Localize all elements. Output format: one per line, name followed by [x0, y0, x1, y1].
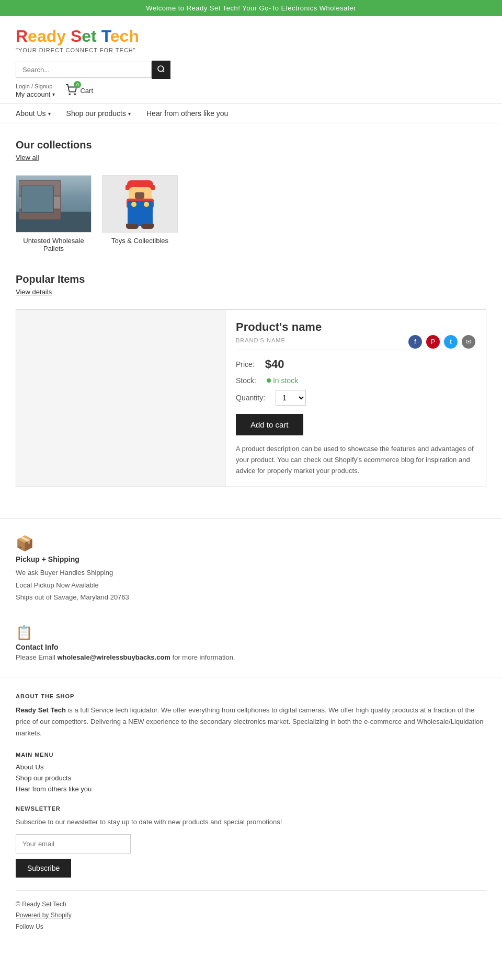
nav-item-hear[interactable]: Hear from others like you — [146, 109, 228, 118]
collections-section: Our collections View all Untested Wholes… — [16, 139, 486, 252]
logo-ech: ech — [110, 27, 139, 45]
newsletter-email-input[interactable] — [16, 834, 131, 854]
footer-menu-section: MAIN MENU About Us Shop our products Hea… — [16, 752, 486, 793]
account-chevron-icon: ▾ — [52, 91, 55, 97]
shipping-icon: 📦 — [16, 535, 486, 552]
contact-text-before: Please Email — [16, 653, 57, 661]
svg-line-1 — [163, 71, 164, 72]
search-button[interactable] — [152, 61, 170, 79]
footer-menu-about[interactable]: About Us — [16, 763, 486, 771]
account-link[interactable]: My account ▾ — [16, 90, 55, 98]
product-image-area — [16, 310, 225, 487]
footer-about-section: ABOUT THE SHOP Ready Set Tech is a full … — [16, 693, 486, 739]
logo[interactable]: Ready Set Tech — [16, 27, 486, 46]
share-facebook-icon[interactable]: f — [408, 335, 422, 349]
collection-img-toys — [102, 175, 178, 233]
share-twitter-icon[interactable]: t — [444, 335, 458, 349]
svg-point-0 — [158, 66, 164, 72]
collection-img-pallets — [16, 175, 92, 233]
contact-text-after: for more information. — [170, 653, 235, 661]
mario-shoe-r — [141, 224, 154, 229]
logo-tagline: "YOUR DIRECT CONNECT FOR TECH" — [16, 47, 486, 53]
subscribe-button[interactable]: Subscribe — [16, 859, 71, 878]
nav-about-chevron-icon: ▾ — [48, 111, 51, 117]
product-card: Product's name BRAND'S NAME f P t ✉ Pric… — [16, 309, 486, 487]
footer-newsletter-heading: NEWSLETTER — [16, 805, 486, 812]
shipping-title: Pickup + Shipping — [16, 555, 486, 563]
contact-text: Please Email wholesale@wirelessbuybacks.… — [16, 653, 486, 661]
logo-t: T — [101, 27, 110, 45]
copyright-text: © Ready Set Tech — [16, 901, 66, 908]
logo-area: Ready Set Tech "YOUR DIRECT CONNECT FOR … — [16, 27, 486, 53]
shipping-line-3: Ships out of Savage, Maryland 20763 — [16, 593, 129, 601]
mario-button-r — [144, 202, 149, 207]
newsletter-text: Subscribe to our newsletter to stay up t… — [16, 817, 486, 828]
nav-about-label: About Us — [16, 109, 46, 118]
qty-label: Quantity: — [236, 394, 265, 402]
price-value: $40 — [265, 358, 284, 371]
footer-menu-hear[interactable]: Hear from others like you — [16, 785, 486, 793]
mario-figure — [117, 178, 164, 230]
price-row: Price: $40 — [236, 358, 475, 371]
footer-about-heading: ABOUT THE SHOP — [16, 693, 486, 699]
footer-menu-heading: MAIN MENU — [16, 752, 486, 758]
mario-shoe-l — [126, 224, 139, 229]
contact-icon: 📋 — [16, 625, 486, 641]
collection-card-toys[interactable]: Toys & Collectibles — [102, 175, 178, 252]
cart-link[interactable]: 0 Cart — [65, 84, 93, 97]
footer: ABOUT THE SHOP Ready Set Tech is a full … — [0, 677, 502, 949]
collection-label-toys: Toys & Collectibles — [102, 237, 178, 245]
contact-title: Contact Info — [16, 643, 486, 651]
footer-menu-shop[interactable]: Shop our products — [16, 774, 486, 782]
in-stock-text: In stock — [273, 376, 298, 385]
nav-bar: About Us ▾ Shop our products ▾ Hear from… — [0, 103, 502, 123]
top-banner: Welcome to Ready Set Tech! Your Go-To El… — [0, 0, 502, 16]
nav-item-shop[interactable]: Shop our products ▾ — [66, 109, 131, 118]
view-all-link[interactable]: View all — [16, 154, 39, 162]
header: Ready Set Tech "YOUR DIRECT CONNECT FOR … — [0, 16, 502, 103]
search-input[interactable] — [16, 62, 152, 78]
share-pinterest-icon[interactable]: P — [426, 335, 440, 349]
shipping-text: We ask Buyer Handles Shipping Local Pick… — [16, 567, 486, 603]
product-divider — [236, 350, 475, 350]
in-stock-dot — [267, 378, 271, 383]
quantity-select[interactable]: 1 2 3 4 5 — [276, 390, 306, 406]
logo-eady: eady — [28, 27, 66, 45]
footer-about-text: Ready Set Tech is a full Service tech li… — [16, 705, 486, 739]
contact-email[interactable]: wholesale@wirelessbuybacks.com — [57, 653, 170, 661]
main-content: Our collections View all Untested Wholes… — [0, 123, 502, 518]
product-description: A product description can be used to sho… — [236, 444, 475, 476]
in-stock-indicator: In stock — [267, 376, 298, 385]
logo-r: R — [16, 27, 28, 45]
product-name: Product's name — [236, 320, 475, 334]
cart-icon-wrap: 0 — [65, 84, 77, 97]
account-cart-row: Login / Signup My account ▾ 0 Cart — [16, 83, 486, 98]
stock-label: Stock: — [236, 376, 256, 385]
share-email-icon[interactable]: ✉ — [462, 335, 475, 349]
collection-card-pallets[interactable]: Untested Wholesale Pallets — [16, 175, 92, 252]
price-label: Price: — [236, 360, 255, 368]
stock-row: Stock: In stock — [236, 376, 475, 385]
powered-by-link[interactable]: Powered by Shopify — [16, 912, 72, 919]
account-label: My account — [16, 90, 50, 98]
add-to-cart-button[interactable]: Add to cart — [236, 414, 303, 435]
footer-about-rest: is a full Service tech liquidator. We of… — [16, 706, 484, 737]
search-area — [16, 61, 486, 79]
svg-point-2 — [70, 94, 71, 95]
product-details: Product's name BRAND'S NAME f P t ✉ Pric… — [225, 310, 486, 487]
view-details-link[interactable]: View details — [16, 288, 52, 296]
nav-shop-chevron-icon: ▾ — [128, 111, 131, 117]
shipping-line-1: We ask Buyer Handles Shipping — [16, 569, 113, 577]
footer-brand-name: Ready Set Tech — [16, 706, 66, 714]
footer-newsletter-section: NEWSLETTER Subscribe to our newsletter t… — [16, 805, 486, 878]
footer-copyright: © Ready Set Tech Powered by Shopify Foll… — [16, 899, 486, 933]
qty-row: Quantity: 1 2 3 4 5 — [236, 390, 475, 406]
banner-text: Welcome to Ready Set Tech! Your Go-To El… — [146, 4, 356, 12]
share-icons: f P t ✉ — [408, 335, 475, 349]
popular-section: Popular Items View details Product's nam… — [16, 273, 486, 487]
nav-item-about[interactable]: About Us ▾ — [16, 109, 51, 118]
svg-point-3 — [75, 94, 76, 95]
login-signup-link[interactable]: Login / Signup — [16, 83, 55, 89]
collections-grid: Untested Wholesale Pallets — [16, 175, 486, 252]
follow-us-text[interactable]: Follow Us — [16, 923, 43, 930]
